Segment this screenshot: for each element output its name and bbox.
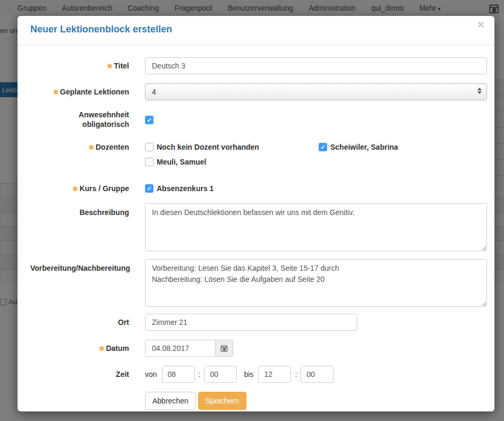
datepicker-button[interactable] [215, 340, 233, 357]
von-word: von [145, 370, 157, 379]
required-icon: ✱ [73, 185, 78, 193]
dozent-checkbox[interactable] [145, 158, 153, 166]
vorbereitung-label: Vorbereitung/Nachbereitung [30, 259, 129, 273]
dozent-option-label: Meuli, Samuel [157, 154, 206, 169]
beschreibung-row: Beschreibung In diesen Deutschlektionen … [30, 203, 487, 251]
vorbereitung-textarea[interactable]: Vorbereitung: Lesen Sie das Kapitel 3, S… [145, 259, 487, 307]
save-button[interactable]: Speichern [198, 392, 246, 410]
bis-word: bis [244, 370, 253, 379]
geplante-lektionen-label: ✱Geplante Lektionen [30, 87, 129, 97]
required-icon: ✱ [53, 89, 58, 96]
dialog-body: ✱Titel ✱Geplante Lektionen 4 Anwesehnhei… [18, 45, 494, 410]
anwesenheit-row: Anwesehnheit obligatorisch [30, 110, 487, 129]
close-icon[interactable]: ✕ [477, 20, 485, 30]
ort-row: Ort [30, 314, 487, 331]
dozent-option[interactable]: Scheiwiler, Sabrina [319, 140, 487, 154]
dozenten-label: ✱Dozenten [30, 140, 129, 152]
bis-minute-input[interactable] [301, 366, 334, 383]
datum-input[interactable] [145, 340, 215, 357]
dozent-option-label: Noch kein Dozent vorhanden [157, 140, 259, 154]
ort-label: Ort [30, 317, 129, 327]
time-separator: : [199, 370, 201, 379]
dozenten-row: ✱Dozenten Noch kein Dozent vorhanden Sch… [30, 140, 487, 169]
zeit-row: Zeit von : bis : [30, 366, 487, 383]
ort-input[interactable] [145, 314, 357, 331]
bis-hour-input[interactable] [258, 366, 291, 383]
button-row: Abbrechen Speichern [30, 392, 487, 410]
dozent-option[interactable]: Meuli, Samuel [145, 154, 313, 169]
selected-value: 4 [152, 88, 156, 96]
kurs-option[interactable]: Absenzenkurs 1 [145, 181, 487, 196]
anwesenheit-checkbox[interactable] [145, 116, 153, 124]
dozent-option[interactable]: Noch kein Dozent vorhanden [145, 140, 313, 154]
titel-input[interactable] [145, 57, 487, 74]
create-lesson-block-dialog: Neuer Lektionenblock erstellen ✕ ✱Titel … [18, 16, 494, 411]
time-separator: : [295, 370, 297, 379]
dozent-checkbox[interactable] [319, 143, 327, 151]
anwesenheit-label: Anwesehnheit obligatorisch [30, 110, 129, 129]
geplante-lektionen-select[interactable]: 4 [145, 83, 487, 100]
dialog-header: Neuer Lektionenblock erstellen ✕ [18, 16, 494, 45]
geplante-lektionen-row: ✱Geplante Lektionen 4 [30, 83, 487, 100]
titel-row: ✱Titel [30, 57, 487, 74]
titel-label: ✱Titel [30, 61, 129, 71]
dozent-option-label: Scheiwiler, Sabrina [330, 140, 398, 154]
von-minute-input[interactable] [204, 366, 237, 383]
cancel-button[interactable]: Abbrechen [145, 392, 196, 410]
dozent-checkbox[interactable] [145, 143, 153, 151]
required-icon: ✱ [99, 345, 104, 353]
beschreibung-label: Beschreibung [30, 203, 129, 217]
kurs-checkbox[interactable] [145, 184, 153, 193]
calendar-icon [220, 345, 228, 352]
von-hour-input[interactable] [162, 366, 195, 383]
dialog-title: Neuer Lektionenblock erstellen [30, 24, 172, 35]
datum-row: ✱Datum [30, 340, 487, 357]
zeit-label: Zeit [30, 370, 129, 379]
kurs-option-label: Absenzenkurs 1 [157, 181, 213, 196]
select-stepper-icon [477, 88, 482, 94]
kurs-gruppe-label: ✱Kurs / Gruppe [30, 184, 129, 194]
required-icon: ✱ [107, 63, 112, 70]
kurs-gruppe-row: ✱Kurs / Gruppe Absenzenkurs 1 [30, 181, 487, 196]
required-icon: ✱ [89, 144, 94, 151]
datum-label: ✱Datum [30, 343, 129, 354]
vorbereitung-row: Vorbereitung/Nachbereitung Vorbereitung:… [30, 259, 487, 307]
beschreibung-textarea[interactable]: In diesen Deutschlektionen befassen wir … [145, 203, 487, 251]
